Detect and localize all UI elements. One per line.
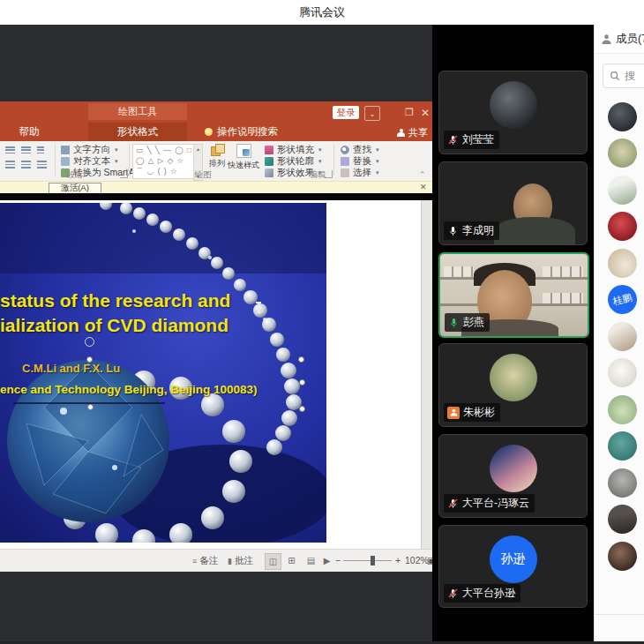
collapse-ribbon-icon[interactable]: ⌃ (419, 170, 426, 179)
selection-handle[interactable] (87, 404, 94, 410)
avatar (490, 81, 537, 129)
member-avatar[interactable] (608, 358, 637, 387)
text-direction-icon (61, 146, 70, 154)
powerpoint-window: 绘图工具 帮助 形状格式 操作说明搜索 登录 ⌄ ❐ ✕ 共享 (0, 101, 432, 572)
shape-outline-button[interactable]: 形状轮廓 (265, 155, 322, 167)
member-avatar[interactable] (608, 212, 637, 241)
video-tile[interactable]: 刘莹莹 (438, 71, 588, 154)
mic-muted-icon (447, 498, 459, 509)
video-tile[interactable]: 朱彬彬 (438, 343, 588, 427)
selection-handle[interactable] (299, 379, 305, 386)
member-search-box[interactable]: 搜 (603, 64, 644, 88)
align-center-icon[interactable] (21, 161, 31, 168)
restore-window-icon[interactable]: ❐ (402, 106, 416, 119)
notes-icon: ≡ (192, 557, 197, 565)
group-label-paragraph: 段落 (49, 169, 101, 181)
members-icon (601, 34, 612, 45)
scroll-up-icon[interactable]: ▴ (197, 146, 199, 152)
selection-handle[interactable] (86, 356, 93, 363)
member-avatar[interactable] (608, 102, 637, 131)
find-button[interactable]: 查找 (341, 144, 379, 155)
columns-icon[interactable] (37, 161, 47, 168)
video-tile[interactable]: 李成明 (438, 161, 588, 245)
member-avatar[interactable] (608, 176, 637, 205)
video-tile[interactable]: 大平台-冯琢云 (438, 434, 588, 518)
members-count: 成员(7 (616, 32, 644, 47)
participant-badge: 彭燕 (445, 313, 490, 332)
member-avatar[interactable] (608, 542, 637, 571)
member-avatar[interactable] (608, 505, 637, 534)
ribbon-display-options-icon[interactable]: ⌄ (364, 106, 380, 121)
panel-divider (595, 614, 644, 615)
rotate-handle[interactable] (85, 337, 94, 347)
group-label-editing: 编辑 (291, 169, 344, 181)
signin-button[interactable]: 登录 (333, 106, 359, 119)
slide-image[interactable]: status of the research and ialization of… (0, 203, 326, 543)
members-panel: 成员(7 搜 桂鹏 (594, 25, 644, 641)
numbered-list-icon[interactable] (21, 146, 31, 154)
search-placeholder: 搜 (625, 69, 635, 84)
contextual-tab-drawing-tools[interactable]: 绘图工具 (88, 103, 187, 120)
member-avatar[interactable] (608, 468, 637, 498)
text-direction-button[interactable]: 文字方向 (61, 144, 118, 155)
selection-handle[interactable] (299, 406, 305, 412)
shape-fill-button[interactable]: 形状填充 (265, 144, 322, 155)
slide-affiliation[interactable]: ence and Technology Beijing, Beijing 100… (0, 383, 258, 396)
view-normal-button[interactable]: ◫ (265, 553, 281, 570)
close-notice-icon[interactable]: ✕ (420, 183, 427, 191)
align-left-icon[interactable] (5, 161, 15, 168)
ribbon: 文字方向 对齐文本 转换为 SmartArt 段落 ▭ ╲ ╲ — ◯ □ ◯ … (0, 141, 432, 182)
replace-button[interactable]: 替换 (341, 155, 379, 167)
tab-shape-format[interactable]: 形状格式 (88, 123, 187, 141)
video-tile[interactable]: 孙逊 大平台孙逊 (438, 525, 588, 608)
share-button[interactable]: 共享 (397, 124, 428, 140)
mic-on-icon (447, 225, 459, 236)
comments-toggle[interactable]: ▮ 批注 (228, 555, 253, 567)
notes-toggle[interactable]: ≡ 备注 (192, 555, 218, 567)
slide-canvas: status of the research and ialization of… (0, 200, 432, 549)
select-label: 选择 (353, 167, 371, 179)
zoom-slider-thumb[interactable] (371, 556, 375, 565)
select-button[interactable]: 选择 (341, 167, 379, 178)
close-window-icon[interactable]: ✕ (418, 106, 432, 119)
member-avatar[interactable] (608, 431, 637, 461)
notes-label: 备注 (199, 555, 218, 567)
quick-styles-button[interactable]: 快速样式 (226, 144, 261, 179)
video-tile-active-speaker[interactable]: 彭燕 (438, 252, 589, 338)
view-reading-button[interactable]: ▤ (303, 553, 318, 568)
slide-title-line1[interactable]: status of the research and (0, 290, 318, 311)
view-sorter-button[interactable]: ⊞ (284, 553, 299, 568)
participant-name: 大平台孙逊 (462, 586, 515, 601)
indent-icon[interactable] (37, 146, 44, 154)
paragraph-dialog-launcher[interactable] (120, 170, 128, 178)
align-text-button[interactable]: 对齐文本 (61, 155, 118, 167)
selection-handle[interactable] (298, 356, 304, 363)
member-avatar[interactable] (608, 395, 637, 424)
meeting-window-titlebar: 腾讯会议 (0, 0, 644, 25)
shape-effects-icon (265, 168, 273, 177)
mic-muted-icon (447, 588, 459, 599)
ppt-statusbar: ≡ 备注 ▮ 批注 ◫ ⊞ ▤ ▶ − + 102% ▣ (0, 549, 432, 572)
quick-styles-icon (236, 144, 251, 158)
participant-name: 李成明 (462, 223, 494, 238)
participant-badge: 刘莹莹 (444, 131, 499, 149)
zoom-out-button[interactable]: − (335, 555, 341, 565)
slide-title-line2[interactable]: ialization of CVD diamond (0, 315, 318, 336)
search-icon (610, 71, 620, 81)
member-avatar-text[interactable]: 桂鹏 (604, 281, 640, 317)
tell-me-search[interactable]: 操作说明搜索 (205, 123, 278, 141)
bullet-list-icon[interactable] (5, 146, 15, 154)
view-slideshow-button[interactable]: ▶ (319, 553, 334, 568)
member-avatar[interactable] (608, 139, 637, 168)
member-avatar[interactable] (608, 322, 637, 351)
comments-icon: ▮ (228, 557, 232, 565)
participant-name: 大平台-冯琢云 (462, 496, 529, 511)
tab-help[interactable]: 帮助 (12, 123, 46, 141)
person-icon (397, 129, 405, 137)
zoom-in-button[interactable]: + (395, 555, 401, 565)
slide-authors[interactable]: C.M.Li and F.X. Lu (22, 362, 120, 375)
member-avatar[interactable] (608, 249, 637, 278)
comments-label: 批注 (235, 555, 253, 567)
zoom-level[interactable]: 102% (405, 555, 429, 565)
zoom-slider[interactable] (343, 560, 392, 561)
